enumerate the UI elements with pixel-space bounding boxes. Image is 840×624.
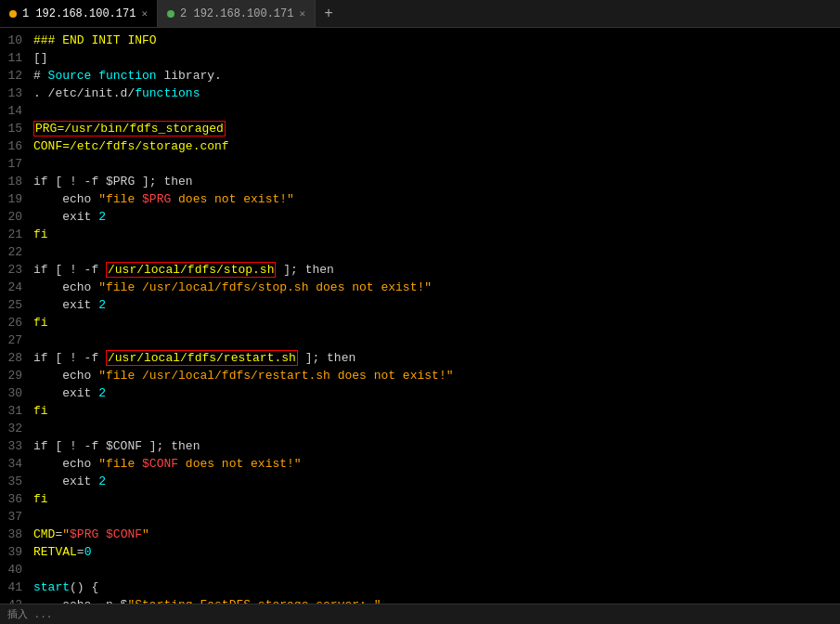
add-tab-button[interactable]: + (316, 0, 342, 27)
code-line-18: 18 if [ ! -f $PRG ]; then (0, 173, 840, 190)
line-number-41: 41 (0, 578, 30, 596)
line-number-27: 27 (0, 332, 30, 349)
tab-dot-1 (9, 10, 17, 18)
code-line-31: 31 fi (0, 402, 840, 420)
code-line-21: 21 fi (0, 226, 840, 243)
status-text: 插入 ... (7, 607, 52, 621)
line-content-28: if [ ! -f /usr/local/fdfs/restart.sh ]; … (30, 349, 840, 367)
code-line-12: 12 # Source function library. (0, 67, 840, 84)
code-line-30: 30 exit 2 (0, 384, 840, 402)
line-number-37: 37 (0, 508, 30, 526)
line-number-24: 24 (0, 279, 30, 296)
tab-label-1: 1 192.168.100.171 (22, 7, 136, 20)
line-content-31: fi (30, 402, 840, 420)
tab-2[interactable]: 2 192.168.100.171 ✕ (158, 0, 316, 27)
code-line-11: 11 [] (0, 49, 840, 67)
tab-label-2: 2 192.168.100.171 (180, 7, 293, 20)
line-number-16: 16 (0, 137, 30, 155)
code-line-19: 19 echo "file $PRG does not exist!" (0, 190, 840, 208)
code-line-35: 35 exit 2 (0, 473, 840, 490)
code-line-20: 20 exit 2 (0, 208, 840, 226)
line-number-26: 26 (0, 314, 30, 332)
line-content-20: exit 2 (30, 208, 840, 226)
code-line-17: 17 (0, 155, 840, 173)
line-number-21: 21 (0, 226, 30, 243)
line-content-13: . /etc/init.d/functions (30, 84, 840, 102)
line-content-38: CMD="$PRG $CONF" (30, 526, 840, 543)
code-line-39: 39 RETVAL=0 (0, 543, 840, 561)
line-content-23: if [ ! -f /usr/local/fdfs/stop.sh ]; the… (30, 261, 840, 279)
code-line-22: 22 (0, 243, 840, 261)
line-number-31: 31 (0, 402, 30, 420)
bottom-bar: 插入 ... (0, 604, 840, 624)
code-line-36: 36 fi (0, 490, 840, 508)
line-content-26: fi (30, 314, 840, 332)
code-line-33: 33 if [ ! -f $CONF ]; then (0, 437, 840, 455)
code-line-32: 32 (0, 420, 840, 437)
line-number-40: 40 (0, 561, 30, 578)
line-number-14: 14 (0, 102, 30, 120)
line-number-13: 13 (0, 84, 30, 102)
line-content-29: echo "file /usr/local/fdfs/restart.sh do… (30, 367, 840, 384)
line-number-34: 34 (0, 455, 30, 473)
line-number-35: 35 (0, 473, 30, 490)
line-number-10: 10 (0, 32, 30, 49)
line-content-35: exit 2 (30, 473, 840, 490)
line-number-22: 22 (0, 243, 30, 261)
tab-bar: 1 192.168.100.171 ✕ 2 192.168.100.171 ✕ … (0, 0, 840, 28)
line-content-15: PRG=/usr/bin/fdfs_storaged (30, 120, 840, 137)
code-editor: 10 ### END INIT INFO 11 [] 12 # Source f… (0, 28, 840, 624)
line-number-20: 20 (0, 208, 30, 226)
tab-close-1[interactable]: ✕ (141, 7, 148, 20)
code-line-28: 28 if [ ! -f /usr/local/fdfs/restart.sh … (0, 349, 840, 367)
code-line-16: 16 CONF=/etc/fdfs/storage.conf (0, 137, 840, 155)
line-content-30: exit 2 (30, 384, 840, 402)
line-number-36: 36 (0, 490, 30, 508)
line-number-39: 39 (0, 543, 30, 561)
code-line-13: 13 . /etc/init.d/functions (0, 84, 840, 102)
tab-close-2[interactable]: ✕ (299, 7, 305, 20)
line-content-34: echo "file $CONF does not exist!" (30, 455, 840, 473)
line-content-39: RETVAL=0 (30, 543, 840, 561)
line-content-16: CONF=/etc/fdfs/storage.conf (30, 137, 840, 155)
tab-1[interactable]: 1 192.168.100.171 ✕ (0, 0, 158, 27)
code-line-24: 24 echo "file /usr/local/fdfs/stop.sh do… (0, 279, 840, 296)
line-content-33: if [ ! -f $CONF ]; then (30, 437, 840, 455)
line-content-12: # Source function library. (30, 67, 840, 84)
line-number-38: 38 (0, 526, 30, 543)
line-number-33: 33 (0, 437, 30, 455)
line-content-10: ### END INIT INFO (30, 32, 840, 49)
code-line-23: 23 if [ ! -f /usr/local/fdfs/stop.sh ]; … (0, 261, 840, 279)
line-number-28: 28 (0, 349, 30, 367)
code-line-27: 27 (0, 332, 840, 349)
line-number-18: 18 (0, 173, 30, 190)
line-number-25: 25 (0, 296, 30, 314)
line-content-19: echo "file $PRG does not exist!" (30, 190, 840, 208)
code-line-38: 38 CMD="$PRG $CONF" (0, 526, 840, 543)
line-number-29: 29 (0, 367, 30, 384)
line-number-32: 32 (0, 420, 30, 437)
line-content-25: exit 2 (30, 296, 840, 314)
line-number-19: 19 (0, 190, 30, 208)
line-content-21: fi (30, 226, 840, 243)
line-content-18: if [ ! -f $PRG ]; then (30, 173, 840, 190)
tab-dot-2 (167, 10, 174, 18)
code-line-25: 25 exit 2 (0, 296, 840, 314)
line-number-17: 17 (0, 155, 30, 173)
line-content-41: start() { (30, 578, 840, 596)
line-content-36: fi (30, 490, 840, 508)
line-number-23: 23 (0, 261, 30, 279)
line-content-11: [] (30, 49, 840, 67)
code-line-26: 26 fi (0, 314, 840, 332)
line-number-30: 30 (0, 384, 30, 402)
code-line-29: 29 echo "file /usr/local/fdfs/restart.sh… (0, 367, 840, 384)
line-number-15: 15 (0, 120, 30, 137)
code-line-34: 34 echo "file $CONF does not exist!" (0, 455, 840, 473)
line-number-12: 12 (0, 67, 30, 84)
code-line-41: 41 start() { (0, 578, 840, 596)
line-content-24: echo "file /usr/local/fdfs/stop.sh does … (30, 279, 840, 296)
code-line-10: 10 ### END INIT INFO (0, 32, 840, 49)
code-line-37: 37 (0, 508, 840, 526)
code-line-15: 15 PRG=/usr/bin/fdfs_storaged (0, 120, 840, 137)
line-number-11: 11 (0, 49, 30, 67)
